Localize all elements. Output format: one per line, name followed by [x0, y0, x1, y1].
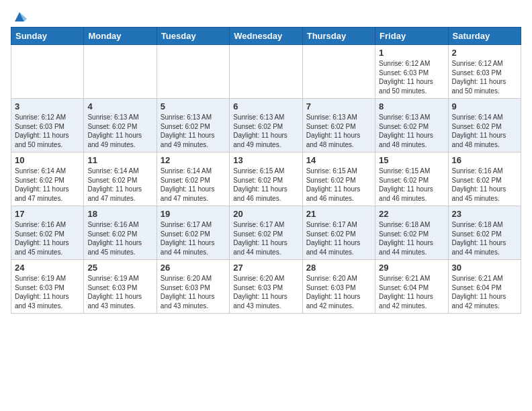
calendar-cell: 24Sunrise: 6:19 AMSunset: 6:03 PMDayligh… [11, 260, 84, 314]
day-info: Sunrise: 6:16 AMSunset: 6:02 PMDaylight:… [452, 167, 517, 203]
day-header-tuesday: Tuesday [157, 28, 229, 45]
calendar-cell [302, 45, 375, 99]
calendar-cell: 14Sunrise: 6:15 AMSunset: 6:02 PMDayligh… [302, 152, 375, 206]
day-number: 30 [452, 263, 517, 273]
day-info: Sunrise: 6:20 AMSunset: 6:03 PMDaylight:… [161, 274, 226, 310]
calendar-cell: 23Sunrise: 6:18 AMSunset: 6:02 PMDayligh… [448, 206, 521, 260]
day-number: 29 [379, 263, 444, 273]
calendar-cell: 9Sunrise: 6:14 AMSunset: 6:02 PMDaylight… [448, 99, 521, 152]
day-info: Sunrise: 6:18 AMSunset: 6:02 PMDaylight:… [379, 220, 444, 257]
calendar-cell: 1Sunrise: 6:12 AMSunset: 6:03 PMDaylight… [375, 45, 448, 99]
calendar-header-row: SundayMondayTuesdayWednesdayThursdayFrid… [11, 28, 521, 45]
day-number: 5 [161, 101, 226, 111]
calendar-cell [11, 45, 84, 99]
day-info: Sunrise: 6:13 AMSunset: 6:02 PMDaylight:… [161, 113, 226, 149]
day-number: 9 [452, 101, 517, 111]
day-number: 25 [87, 263, 152, 273]
day-info: Sunrise: 6:13 AMSunset: 6:02 PMDaylight:… [379, 113, 444, 149]
day-info: Sunrise: 6:17 AMSunset: 6:02 PMDaylight:… [306, 220, 371, 257]
calendar-week-row: 1Sunrise: 6:12 AMSunset: 6:03 PMDaylight… [11, 45, 521, 99]
day-number: 3 [15, 101, 80, 111]
calendar-cell: 20Sunrise: 6:17 AMSunset: 6:02 PMDayligh… [230, 206, 302, 260]
calendar-cell [84, 45, 157, 99]
day-number: 11 [87, 155, 152, 165]
day-info: Sunrise: 6:12 AMSunset: 6:03 PMDaylight:… [452, 59, 517, 95]
calendar-cell: 13Sunrise: 6:15 AMSunset: 6:02 PMDayligh… [230, 152, 302, 206]
calendar-cell: 28Sunrise: 6:20 AMSunset: 6:03 PMDayligh… [302, 260, 375, 314]
calendar-cell: 3Sunrise: 6:12 AMSunset: 6:03 PMDaylight… [11, 99, 84, 152]
day-number: 26 [161, 263, 226, 273]
calendar-cell: 16Sunrise: 6:16 AMSunset: 6:02 PMDayligh… [448, 152, 521, 206]
day-info: Sunrise: 6:14 AMSunset: 6:02 PMDaylight:… [161, 167, 226, 203]
calendar-cell: 4Sunrise: 6:13 AMSunset: 6:02 PMDaylight… [84, 99, 157, 152]
day-number: 18 [87, 209, 152, 219]
calendar-cell: 30Sunrise: 6:21 AMSunset: 6:04 PMDayligh… [448, 260, 521, 314]
day-info: Sunrise: 6:12 AMSunset: 6:03 PMDaylight:… [15, 113, 80, 149]
day-number: 17 [15, 209, 80, 219]
day-number: 2 [452, 48, 517, 58]
day-info: Sunrise: 6:13 AMSunset: 6:02 PMDaylight:… [233, 113, 298, 149]
calendar-cell [157, 45, 229, 99]
day-number: 13 [233, 155, 298, 165]
calendar-cell: 5Sunrise: 6:13 AMSunset: 6:02 PMDaylight… [157, 99, 229, 152]
calendar-week-row: 17Sunrise: 6:16 AMSunset: 6:02 PMDayligh… [11, 206, 521, 260]
day-number: 4 [87, 101, 152, 111]
calendar-cell: 26Sunrise: 6:20 AMSunset: 6:03 PMDayligh… [157, 260, 229, 314]
day-number: 20 [233, 209, 298, 219]
calendar-week-row: 10Sunrise: 6:14 AMSunset: 6:02 PMDayligh… [11, 152, 521, 206]
calendar-cell: 15Sunrise: 6:15 AMSunset: 6:02 PMDayligh… [375, 152, 448, 206]
calendar-cell: 17Sunrise: 6:16 AMSunset: 6:02 PMDayligh… [11, 206, 84, 260]
calendar-cell: 10Sunrise: 6:14 AMSunset: 6:02 PMDayligh… [11, 152, 84, 206]
day-info: Sunrise: 6:14 AMSunset: 6:02 PMDaylight:… [15, 167, 80, 203]
calendar-cell [230, 45, 302, 99]
day-info: Sunrise: 6:21 AMSunset: 6:04 PMDaylight:… [379, 274, 444, 310]
calendar-cell: 7Sunrise: 6:13 AMSunset: 6:02 PMDaylight… [302, 99, 375, 152]
calendar-cell: 8Sunrise: 6:13 AMSunset: 6:02 PMDaylight… [375, 99, 448, 152]
day-header-thursday: Thursday [302, 28, 375, 45]
day-info: Sunrise: 6:17 AMSunset: 6:02 PMDaylight:… [233, 220, 298, 257]
day-header-saturday: Saturday [448, 28, 521, 45]
day-header-sunday: Sunday [11, 28, 84, 45]
logo [11, 11, 27, 21]
logo-icon [12, 9, 27, 24]
day-info: Sunrise: 6:20 AMSunset: 6:03 PMDaylight:… [233, 274, 298, 310]
day-number: 15 [379, 155, 444, 165]
day-header-monday: Monday [84, 28, 157, 45]
day-number: 27 [233, 263, 298, 273]
calendar-cell: 27Sunrise: 6:20 AMSunset: 6:03 PMDayligh… [230, 260, 302, 314]
calendar-cell: 29Sunrise: 6:21 AMSunset: 6:04 PMDayligh… [375, 260, 448, 314]
day-info: Sunrise: 6:15 AMSunset: 6:02 PMDaylight:… [306, 167, 371, 203]
day-info: Sunrise: 6:13 AMSunset: 6:02 PMDaylight:… [306, 113, 371, 149]
page: SundayMondayTuesdayWednesdayThursdayFrid… [0, 0, 532, 324]
calendar-cell: 2Sunrise: 6:12 AMSunset: 6:03 PMDaylight… [448, 45, 521, 99]
calendar-cell: 12Sunrise: 6:14 AMSunset: 6:02 PMDayligh… [157, 152, 229, 206]
day-info: Sunrise: 6:18 AMSunset: 6:02 PMDaylight:… [452, 220, 517, 257]
day-info: Sunrise: 6:14 AMSunset: 6:02 PMDaylight:… [452, 113, 517, 149]
day-number: 23 [452, 209, 517, 219]
calendar-cell: 22Sunrise: 6:18 AMSunset: 6:02 PMDayligh… [375, 206, 448, 260]
day-number: 21 [306, 209, 371, 219]
day-number: 10 [15, 155, 80, 165]
day-info: Sunrise: 6:19 AMSunset: 6:03 PMDaylight:… [15, 274, 80, 310]
day-info: Sunrise: 6:16 AMSunset: 6:02 PMDaylight:… [15, 220, 80, 257]
day-info: Sunrise: 6:15 AMSunset: 6:02 PMDaylight:… [379, 167, 444, 203]
calendar-cell: 18Sunrise: 6:16 AMSunset: 6:02 PMDayligh… [84, 206, 157, 260]
day-number: 7 [306, 101, 371, 111]
calendar-cell: 19Sunrise: 6:17 AMSunset: 6:02 PMDayligh… [157, 206, 229, 260]
day-number: 6 [233, 101, 298, 111]
day-info: Sunrise: 6:14 AMSunset: 6:02 PMDaylight:… [87, 167, 152, 203]
calendar-week-row: 3Sunrise: 6:12 AMSunset: 6:03 PMDaylight… [11, 99, 521, 152]
day-info: Sunrise: 6:15 AMSunset: 6:02 PMDaylight:… [233, 167, 298, 203]
day-number: 19 [161, 209, 226, 219]
day-number: 22 [379, 209, 444, 219]
day-number: 28 [306, 263, 371, 273]
calendar-cell: 25Sunrise: 6:19 AMSunset: 6:03 PMDayligh… [84, 260, 157, 314]
day-number: 12 [161, 155, 226, 165]
header [11, 11, 521, 21]
day-info: Sunrise: 6:20 AMSunset: 6:03 PMDaylight:… [306, 274, 371, 310]
day-number: 16 [452, 155, 517, 165]
day-header-friday: Friday [375, 28, 448, 45]
day-info: Sunrise: 6:17 AMSunset: 6:02 PMDaylight:… [161, 220, 226, 257]
calendar-cell: 11Sunrise: 6:14 AMSunset: 6:02 PMDayligh… [84, 152, 157, 206]
day-info: Sunrise: 6:13 AMSunset: 6:02 PMDaylight:… [87, 113, 152, 149]
